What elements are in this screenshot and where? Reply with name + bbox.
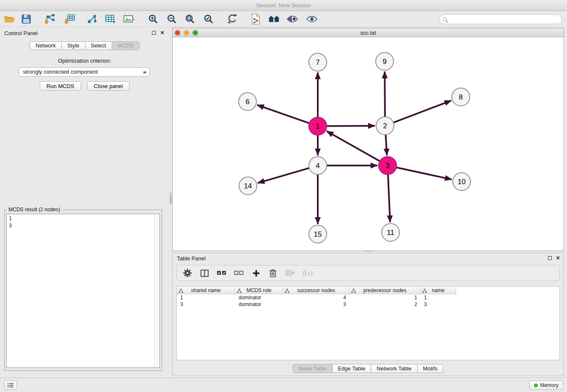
delete-row-icon[interactable] — [268, 268, 278, 278]
column-header-successor-nodes[interactable]: successor nodes — [283, 287, 350, 294]
table-cell[interactable]: dominator — [235, 294, 283, 301]
network-graph[interactable]: 7968124310141511 — [173, 37, 564, 251]
apply-layout-icon[interactable] — [266, 12, 282, 26]
graph-node-9[interactable]: 9 — [376, 52, 394, 70]
minimize-window-icon[interactable]: − — [184, 30, 189, 36]
tab-network-table[interactable]: Network Table — [371, 364, 417, 373]
show-columns-icon[interactable] — [200, 268, 209, 278]
graph-node-1[interactable]: 1 — [309, 117, 327, 135]
graph-node-15[interactable]: 15 — [309, 225, 327, 243]
graph-edge-3-1[interactable] — [327, 131, 380, 161]
network-canvas[interactable]: 7968124310141511 — [173, 37, 564, 251]
close-table-panel-icon[interactable]: × — [556, 254, 560, 262]
tab-select[interactable]: Select — [85, 41, 112, 50]
gear-icon[interactable] — [183, 268, 192, 278]
memory-button-label: Memory — [540, 382, 559, 388]
graph-node-4[interactable]: 4 — [309, 157, 327, 174]
graph-edge-3-11[interactable] — [388, 174, 390, 222]
delete-column-icon[interactable] — [285, 268, 295, 278]
table-cell[interactable]: 1 — [177, 294, 235, 301]
float-window-icon[interactable] — [152, 31, 156, 35]
table-row[interactable]: 1dominator411 — [177, 294, 559, 301]
maximize-window-icon[interactable]: + — [193, 30, 198, 36]
window-titlebar[interactable]: Session: New Session — [0, 0, 567, 11]
function-builder-icon[interactable]: f(x) — [303, 268, 313, 278]
graph-edge-2-9[interactable] — [385, 72, 385, 117]
table-cell[interactable]: 2 — [350, 301, 421, 308]
memory-button[interactable]: Memory — [529, 381, 563, 390]
mcds-result-text: 1 3 — [9, 215, 12, 229]
unselect-all-icon[interactable] — [234, 268, 244, 278]
open-folder-icon[interactable] — [1, 12, 17, 26]
refresh-view-icon[interactable] — [224, 12, 240, 26]
add-column-icon[interactable] — [251, 268, 261, 278]
graph-edge-2-8[interactable] — [394, 101, 451, 123]
close-panel-icon[interactable]: × — [160, 29, 164, 36]
tab-motifs[interactable]: Motifs — [417, 364, 443, 373]
fx-label: f(x) — [303, 269, 313, 277]
import-network-icon[interactable] — [42, 12, 58, 26]
clone-network-icon[interactable] — [248, 12, 264, 26]
svg-text:8: 8 — [459, 93, 462, 101]
table-cell[interactable]: dominator — [235, 301, 283, 308]
float-table-panel-icon[interactable] — [548, 256, 552, 260]
graph-edge-2-3[interactable] — [385, 135, 387, 155]
node-table[interactable]: shared nameMCDS rolesuccessor nodesprede… — [176, 286, 560, 360]
import-table-icon[interactable] — [61, 12, 77, 26]
column-header-name[interactable]: name — [421, 287, 456, 294]
new-table-icon[interactable] — [102, 12, 118, 26]
graph-node-6[interactable]: 6 — [239, 93, 256, 110]
tab-style[interactable]: Style — [61, 41, 85, 50]
table-cell[interactable]: 3 — [177, 301, 235, 308]
network-window-title: scc.txt — [173, 28, 564, 37]
style-preview-icon[interactable] — [284, 12, 300, 26]
graph-edge-4-14[interactable] — [258, 168, 309, 183]
tab-edge-table[interactable]: Edge Table — [332, 364, 371, 373]
graph-edge-1-2[interactable] — [327, 126, 375, 126]
criterion-dropdown[interactable]: strongly connected component — [19, 67, 150, 77]
zoom-selected-icon[interactable] — [201, 12, 217, 26]
column-header-mcds-role[interactable]: MCDS role — [235, 287, 283, 294]
graph-node-10[interactable]: 10 — [453, 173, 471, 190]
tab-network[interactable]: Network — [30, 41, 62, 50]
table-row[interactable]: 3dominator323 — [177, 301, 559, 308]
graph-edge-3-10[interactable] — [396, 167, 452, 179]
graph-edge-1-6[interactable] — [257, 105, 310, 123]
graph-node-8[interactable]: 8 — [452, 88, 470, 106]
search-box[interactable] — [439, 14, 562, 24]
table-cell[interactable]: 4 — [283, 294, 350, 301]
graph-node-7[interactable]: 7 — [309, 53, 327, 71]
table-cell[interactable]: 3 — [283, 301, 350, 308]
tab-mcds[interactable]: MCDS — [112, 41, 140, 50]
graph-node-14[interactable]: 14 — [239, 177, 257, 195]
sort-icon — [285, 288, 289, 294]
export-image-icon[interactable] — [121, 12, 137, 26]
tab-node-table[interactable]: Node Table — [293, 364, 333, 373]
graph-node-11[interactable]: 11 — [382, 224, 399, 241]
new-network-icon[interactable] — [84, 12, 100, 26]
close-panel-button[interactable]: Close panel — [87, 81, 130, 91]
column-header-shared-name[interactable]: shared name — [177, 287, 235, 294]
horizontal-splitter-handle[interactable] — [170, 193, 172, 204]
run-mcds-button[interactable]: Run MCDS — [40, 81, 81, 91]
network-window-titlebar[interactable]: × − + scc.txt — [173, 28, 564, 37]
search-input[interactable] — [450, 16, 558, 23]
table-cell[interactable]: 3 — [421, 301, 456, 308]
column-header-predecessor-nodes[interactable]: predecessor nodes — [350, 287, 421, 294]
show-graphics-details-icon[interactable] — [304, 12, 320, 26]
save-session-icon[interactable] — [18, 12, 34, 26]
table-panel-title: Table Panel — [177, 255, 206, 262]
svg-text:4: 4 — [316, 162, 319, 170]
task-history-button[interactable] — [4, 381, 17, 390]
close-window-icon[interactable]: × — [175, 30, 180, 36]
zoom-in-icon[interactable] — [145, 12, 161, 26]
table-cell[interactable]: 1 — [350, 294, 421, 301]
mcds-result-area[interactable]: 1 3 — [6, 214, 160, 368]
zoom-out-icon[interactable] — [164, 12, 180, 26]
table-cell[interactable]: 1 — [421, 294, 456, 301]
select-all-icon[interactable] — [217, 268, 226, 278]
graph-node-2[interactable]: 2 — [376, 117, 394, 135]
result-scrollbar[interactable] — [154, 214, 160, 367]
graph-node-3[interactable]: 3 — [379, 157, 396, 174]
zoom-fit-icon[interactable] — [182, 12, 198, 26]
